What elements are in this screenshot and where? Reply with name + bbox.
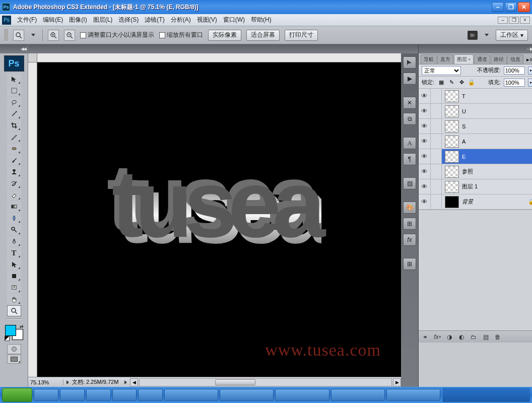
zoom-tool[interactable] <box>7 305 21 316</box>
layer-row[interactable]: 👁参照 <box>419 164 532 179</box>
dock-brushes-icon[interactable]: ✕ <box>403 97 416 109</box>
minimize-button[interactable]: – <box>492 2 504 12</box>
dock-layercomps-icon[interactable]: ▤ <box>403 177 416 189</box>
layer-link-well[interactable] <box>431 134 442 149</box>
hand-tool[interactable] <box>7 294 21 305</box>
opacity-input[interactable]: 100% <box>504 66 525 75</box>
link-layers-icon[interactable]: ⚭ <box>421 332 430 342</box>
layer-link-well[interactable] <box>431 119 442 133</box>
doc-close-button[interactable]: × <box>520 17 530 24</box>
taskbar-item[interactable] <box>34 389 58 401</box>
dock-styles-icon[interactable]: fx <box>403 234 416 246</box>
visibility-toggle-icon[interactable]: 👁 <box>419 149 431 164</box>
maximize-button[interactable]: ❐ <box>505 2 517 12</box>
default-colors-icon[interactable] <box>5 336 10 341</box>
zoom-level[interactable]: 75.13% <box>28 379 63 385</box>
taskbar-item[interactable] <box>220 389 274 401</box>
crop-tool[interactable] <box>7 120 21 131</box>
layer-thumbnail[interactable] <box>445 136 459 148</box>
vertical-ruler[interactable] <box>28 62 37 377</box>
bridge-dropdown-icon[interactable] <box>485 34 489 36</box>
fit-screen-button[interactable]: 适合屏幕 <box>246 30 280 41</box>
layers-empty-area[interactable] <box>419 210 532 330</box>
eraser-tool[interactable] <box>7 189 21 200</box>
opacity-slider-icon[interactable]: ▸ <box>528 66 532 75</box>
dock-tool-presets-icon[interactable] <box>403 56 416 69</box>
lock-position-icon[interactable]: ✥ <box>457 79 466 87</box>
doc-restore-button[interactable]: ❐ <box>509 17 519 24</box>
swap-colors-icon[interactable]: ⇄ <box>20 324 24 329</box>
zoom-in-icon[interactable] <box>48 30 59 41</box>
dodge-tool[interactable] <box>7 224 21 235</box>
tool-preset-dropdown-icon[interactable] <box>31 34 35 36</box>
scrollbar-thumb[interactable] <box>215 379 255 385</box>
dock-paragraph-icon[interactable]: ¶ <box>403 153 416 165</box>
layer-link-well[interactable] <box>431 104 442 118</box>
visibility-toggle-icon[interactable]: 👁 <box>419 194 431 209</box>
scroll-right-button[interactable]: ▶ <box>393 378 401 386</box>
actual-pixels-button[interactable]: 实际像素 <box>208 30 241 41</box>
panel-minimize-icon[interactable]: – <box>526 45 529 51</box>
menu-filter[interactable]: 滤镜(T) <box>142 16 167 24</box>
move-tool[interactable] <box>7 74 21 85</box>
workspace-button[interactable]: 工作区▾ <box>496 30 528 41</box>
layer-link-well[interactable] <box>431 149 442 164</box>
layer-name[interactable]: T <box>462 93 528 99</box>
print-size-button[interactable]: 打印尺寸 <box>285 30 318 41</box>
panels-header[interactable]: ▶▶ <box>419 44 532 53</box>
options-grip[interactable] <box>4 29 8 41</box>
panel-menu-icon[interactable]: ▸≡ <box>524 55 532 64</box>
layer-row[interactable]: 👁S <box>419 119 532 134</box>
history-brush-tool[interactable] <box>7 178 21 189</box>
layer-thumbnail[interactable] <box>445 90 459 102</box>
pen-tool[interactable] <box>7 236 21 247</box>
menu-view[interactable]: 视图(V) <box>194 16 220 24</box>
layer-name[interactable]: 背景 <box>462 198 528 206</box>
taskbar-item[interactable] <box>275 389 329 401</box>
healing-tool[interactable] <box>7 143 21 154</box>
blend-mode-select[interactable]: 正常 <box>422 66 461 75</box>
visibility-toggle-icon[interactable]: 👁 <box>419 89 431 103</box>
layer-thumbnail[interactable] <box>445 151 459 163</box>
visibility-toggle-icon[interactable]: 👁 <box>419 179 431 194</box>
horizontal-ruler[interactable] <box>37 53 401 62</box>
menu-select[interactable]: 选择(S) <box>115 16 142 24</box>
layer-row[interactable]: 👁T <box>419 89 532 104</box>
layer-name[interactable]: 参照 <box>462 168 528 175</box>
taskbar-item[interactable] <box>60 389 85 401</box>
taskbar-item[interactable] <box>386 389 440 401</box>
fill-slider-icon[interactable]: ▸ <box>528 79 532 87</box>
close-button[interactable]: ✕ <box>518 2 530 12</box>
gradient-tool[interactable] <box>7 201 21 212</box>
layer-style-icon[interactable]: fx▾ <box>433 332 442 342</box>
visibility-toggle-icon[interactable]: 👁 <box>419 119 431 133</box>
type-tool[interactable]: T <box>7 247 21 258</box>
layer-link-well[interactable] <box>431 179 442 194</box>
tab-paths[interactable]: 路径 <box>491 54 507 64</box>
layer-name[interactable]: S <box>462 123 528 129</box>
horizontal-scrollbar[interactable] <box>139 378 392 386</box>
wand-tool[interactable] <box>7 108 21 119</box>
dock-history-icon[interactable]: ▶ <box>403 73 416 85</box>
layer-link-well[interactable] <box>431 164 442 179</box>
layer-thumbnail[interactable] <box>445 120 459 132</box>
blur-tool[interactable] <box>7 213 21 224</box>
bridge-icon[interactable]: Br <box>468 31 478 40</box>
lock-transparency-icon[interactable]: ▦ <box>437 79 445 87</box>
foreground-color[interactable] <box>5 325 16 336</box>
taskbar-item[interactable] <box>86 389 111 401</box>
menu-edit[interactable]: 编辑(E) <box>40 16 66 24</box>
dock-character-icon[interactable]: A <box>403 137 416 149</box>
dock-clone-icon[interactable]: ⧉ <box>403 113 416 125</box>
layer-thumbnail[interactable] <box>445 196 459 208</box>
visibility-toggle-icon[interactable]: 👁 <box>419 164 431 179</box>
zoom-all-checkbox[interactable]: 缩放所有窗口 <box>159 31 203 39</box>
layer-row[interactable]: 👁E <box>419 149 532 164</box>
scroll-left-button[interactable]: ◀ <box>130 378 138 386</box>
layer-row[interactable]: 👁U <box>419 104 532 119</box>
lock-pixels-icon[interactable]: ✎ <box>447 79 455 87</box>
layer-name[interactable]: A <box>462 139 528 145</box>
delete-layer-icon[interactable]: 🗑 <box>493 332 502 342</box>
lock-all-icon[interactable]: 🔒 <box>468 79 476 87</box>
resize-windows-checkbox[interactable]: 调整窗口大小以满屏显示 <box>80 31 154 39</box>
